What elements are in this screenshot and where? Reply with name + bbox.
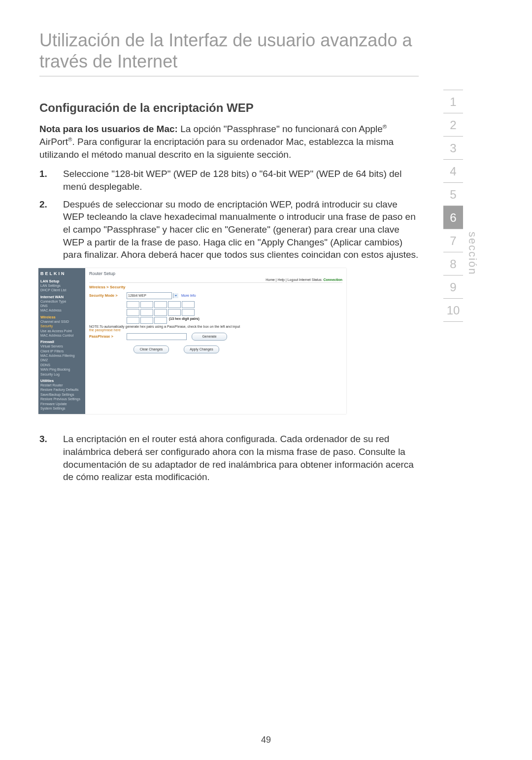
sidebar-item[interactable]: Virtual Servers — [40, 345, 83, 348]
page-number: 49 — [0, 735, 532, 745]
section-tab-5[interactable]: 5 — [443, 183, 463, 206]
section-tab-8[interactable]: 8 — [443, 252, 463, 276]
mac-note: Nota para los usuarios de Mac: La opción… — [39, 123, 419, 161]
hex-input[interactable] — [127, 317, 139, 324]
sidebar-item[interactable]: Restart Router — [40, 383, 83, 387]
sidebar-item[interactable]: MAC Address Filtering — [40, 354, 83, 358]
more-info-link[interactable]: More Info — [181, 294, 196, 297]
hex-key-grid: (13 hex digit pairs) — [127, 301, 342, 324]
sidebar-item[interactable]: Channel and SSID — [40, 320, 83, 324]
section-tab-3[interactable]: 3 — [443, 137, 463, 160]
sidebar-item[interactable]: MAC Address Control — [40, 334, 83, 338]
hex-pairs-note: (13 hex digit pairs) — [169, 317, 200, 324]
sidebar-item[interactable]: Security — [40, 324, 83, 328]
sidebar-item[interactable]: Security Log — [40, 373, 83, 377]
apply-changes-button[interactable]: Apply Changes — [184, 345, 219, 353]
sidebar-item[interactable]: Client IP Filters — [40, 349, 83, 353]
hex-input[interactable] — [182, 309, 195, 316]
sidebar-item[interactable]: LAN Settings — [40, 284, 83, 288]
sidebar-group: Utilities — [40, 379, 83, 383]
sidebar-item[interactable]: DHCP Client List — [40, 288, 83, 292]
step-text: Después de seleccionar su modo de encrip… — [63, 198, 419, 261]
section-tab-7[interactable]: 7 — [443, 229, 463, 252]
passphrase-note: NOTE:To automatically generate hex pairs… — [89, 325, 342, 332]
mac-note-text-3: . Para configurar la encriptación para s… — [39, 137, 394, 160]
hex-input[interactable] — [168, 301, 181, 308]
section-label: sección — [466, 232, 479, 276]
step-3: 3. La encriptación en el router está aho… — [39, 433, 419, 484]
sidebar-item[interactable]: System Settings — [40, 407, 83, 411]
sidebar-group: Internet WAN — [40, 295, 83, 299]
hex-input[interactable] — [140, 301, 153, 308]
steps-list-cont: 3. La encriptación en el router está aho… — [39, 433, 419, 484]
note-line2: the passphrase here — [89, 328, 121, 332]
sidebar-group: LAN Setup — [40, 279, 83, 283]
hex-input[interactable] — [127, 301, 139, 308]
internet-status-value: Connection — [324, 278, 343, 281]
step-number: 3. — [39, 433, 63, 484]
sidebar-item[interactable]: MAC Address — [40, 309, 83, 312]
security-mode-select[interactable]: 128bit WEP — [127, 292, 172, 299]
section-tab-2[interactable]: 2 — [443, 113, 463, 137]
page-title: Utilización de la Interfaz de usuario av… — [39, 30, 419, 76]
chevron-down-icon[interactable] — [173, 293, 178, 298]
note-line1: NOTE:To automatically generate hex pairs… — [89, 325, 240, 328]
sidebar-group: Wireless — [40, 315, 83, 319]
router-top-links: Home | Help | Logout Internet Status: Co… — [89, 278, 342, 283]
hex-input[interactable] — [154, 317, 167, 324]
hex-input[interactable] — [154, 309, 167, 316]
sidebar-group: Firewall — [40, 340, 83, 344]
mac-note-text-1: La opción "Passphrase" no funcionará con… — [178, 124, 383, 134]
security-mode-value: 128bit WEP — [128, 294, 146, 297]
step-number: 2. — [39, 198, 63, 261]
sidebar-item[interactable]: DDNS — [40, 363, 83, 367]
hex-input[interactable] — [168, 309, 181, 316]
reg-mark-icon: ® — [383, 124, 387, 130]
step-number: 1. — [39, 168, 63, 193]
sidebar-item[interactable]: DMZ — [40, 358, 83, 362]
subtitle: Configuración de la encriptación WEP — [39, 101, 419, 115]
clear-changes-button[interactable]: Clear Changes — [133, 345, 169, 353]
steps-list: 1. Seleccione "128-bit WEP" (WEP de 128 … — [39, 168, 419, 261]
sidebar-groups: LAN SetupLAN SettingsDHCP Client ListInt… — [40, 279, 83, 411]
top-links-text[interactable]: Home | Help | Logout Internet Status: — [266, 278, 322, 281]
mac-note-label: Nota para los usuarios de Mac: — [39, 124, 178, 134]
section-tab-4[interactable]: 4 — [443, 160, 463, 183]
section-tab-9[interactable]: 9 — [443, 276, 463, 299]
sidebar-item[interactable]: Restore Previous Settings — [40, 397, 83, 401]
section-tab-6[interactable]: 6 — [443, 206, 463, 229]
hex-input[interactable] — [182, 301, 195, 308]
step-text: Seleccione "128-bit WEP" (WEP de 128 bit… — [63, 168, 419, 193]
router-header: Router Setup — [89, 271, 342, 278]
section-tab-1[interactable]: 1 — [443, 90, 463, 113]
section-tabs: 1 2 3 4 5 6 7 8 9 10 — [443, 90, 463, 322]
brand-logo: BELKIN — [40, 271, 83, 276]
generate-button[interactable]: Generate — [192, 333, 227, 341]
hex-input[interactable] — [140, 309, 153, 316]
step-1: 1. Seleccione "128-bit WEP" (WEP de 128 … — [39, 168, 419, 193]
section-tab-10[interactable]: 10 — [443, 299, 463, 322]
hex-input[interactable] — [140, 317, 153, 324]
sidebar-item[interactable]: WAN Ping Blocking — [40, 368, 83, 372]
breadcrumb: Wireless > Security — [89, 285, 342, 289]
step-text: La encriptación en el router está ahora … — [63, 433, 419, 484]
passphrase-label: PassPhrase > — [89, 334, 127, 339]
sidebar-item[interactable]: Connection Type — [40, 300, 83, 304]
sidebar-item[interactable]: Use as Access Point — [40, 329, 83, 333]
security-mode-label: Security Mode > — [89, 293, 127, 298]
step-2: 2. Después de seleccionar su modo de enc… — [39, 198, 419, 261]
hex-input[interactable] — [127, 309, 139, 316]
hex-input[interactable] — [154, 301, 167, 308]
router-screenshot: BELKIN LAN SetupLAN SettingsDHCP Client … — [38, 268, 346, 415]
sidebar-item[interactable]: DNS — [40, 304, 83, 308]
mac-note-text-2: AirPort — [39, 137, 68, 147]
sidebar-item[interactable]: Restore Factory Defaults — [40, 388, 83, 392]
passphrase-input[interactable] — [127, 333, 187, 340]
router-main: Router Setup Home | Help | Logout Intern… — [85, 268, 346, 415]
router-sidebar: BELKIN LAN SetupLAN SettingsDHCP Client … — [38, 268, 85, 415]
sidebar-item[interactable]: Save/Backup Settings — [40, 393, 83, 397]
sidebar-item[interactable]: Firmware Update — [40, 402, 83, 406]
